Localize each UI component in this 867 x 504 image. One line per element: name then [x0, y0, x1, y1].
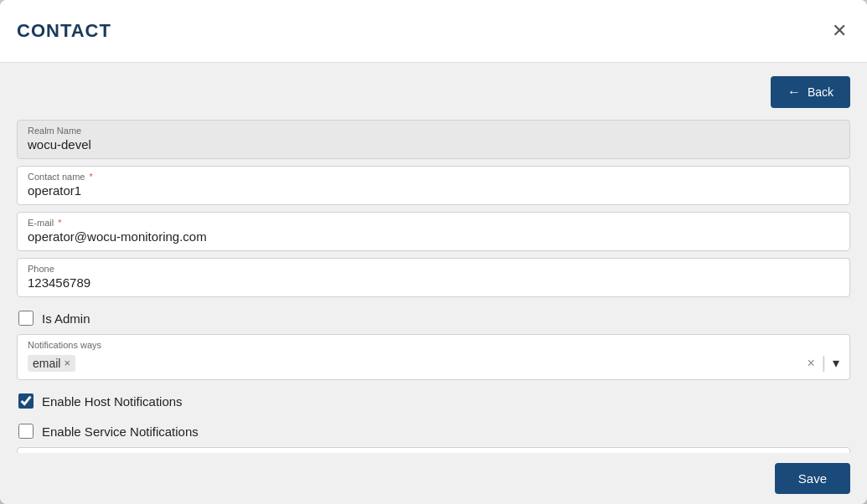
- contactgroups-field[interactable]: Contactgroups users × × | ▾: [17, 447, 850, 453]
- enable-service-checkbox[interactable]: [18, 424, 34, 439]
- toolbar: ← Back: [17, 76, 850, 108]
- notifications-ways-field[interactable]: Notifications ways email × × | ▾: [17, 334, 850, 380]
- back-arrow-icon: ←: [787, 85, 801, 100]
- phone-label: Phone: [28, 264, 839, 274]
- enable-host-notifications-row: Enable Host Notifications: [17, 387, 850, 415]
- notifications-ways-label: Notifications ways: [28, 340, 839, 350]
- phone-value: 123456789: [28, 275, 839, 290]
- is-admin-row: Is Admin: [17, 304, 850, 332]
- notifications-ways-controls: × | ▾: [807, 353, 839, 373]
- is-admin-label: Is Admin: [42, 311, 90, 326]
- realm-name-value: wocu-devel: [28, 137, 839, 152]
- notifications-ways-tags: email ×: [28, 355, 807, 372]
- realm-name-field: Realm Name wocu-devel: [17, 120, 850, 159]
- dropdown-notifications-icon[interactable]: ▾: [833, 355, 839, 371]
- email-value: operator@wocu-monitoring.com: [28, 229, 839, 244]
- email-label: E-mail *: [28, 218, 839, 228]
- is-admin-checkbox[interactable]: [18, 311, 34, 326]
- close-icon: ✕: [832, 20, 847, 42]
- enable-host-label: Enable Host Notifications: [42, 394, 183, 409]
- enable-host-checkbox[interactable]: [18, 393, 34, 409]
- modal-footer: Save: [0, 453, 867, 504]
- save-button[interactable]: Save: [775, 463, 850, 494]
- contact-name-value: operator1: [28, 183, 839, 198]
- notifications-ways-content: email × × | ▾: [28, 353, 839, 373]
- contact-name-field: Contact name * operator1: [17, 166, 850, 205]
- back-label: Back: [808, 85, 833, 99]
- email-tag-text: email: [33, 357, 60, 370]
- realm-name-label: Realm Name: [28, 126, 839, 136]
- required-marker: *: [86, 172, 92, 182]
- enable-service-label: Enable Service Notifications: [42, 424, 199, 439]
- modal-header: CONTACT ✕: [0, 0, 867, 63]
- contact-name-label: Contact name *: [28, 172, 839, 182]
- clear-notifications-icon[interactable]: ×: [807, 356, 814, 371]
- modal-title: CONTACT: [17, 20, 111, 42]
- email-tag-remove[interactable]: ×: [64, 357, 70, 368]
- close-button[interactable]: ✕: [828, 17, 850, 45]
- back-button[interactable]: ← Back: [771, 76, 850, 108]
- email-field: E-mail * operator@wocu-monitoring.com: [17, 212, 850, 251]
- required-marker: *: [55, 218, 61, 228]
- enable-service-notifications-row: Enable Service Notifications: [17, 417, 850, 445]
- modal-body: ← Back Realm Name wocu-devel Contact nam…: [0, 63, 867, 453]
- email-tag: email ×: [28, 355, 75, 372]
- phone-field: Phone 123456789: [17, 258, 850, 297]
- contact-modal: CONTACT ✕ ← Back Realm Name wocu-devel C…: [0, 0, 867, 504]
